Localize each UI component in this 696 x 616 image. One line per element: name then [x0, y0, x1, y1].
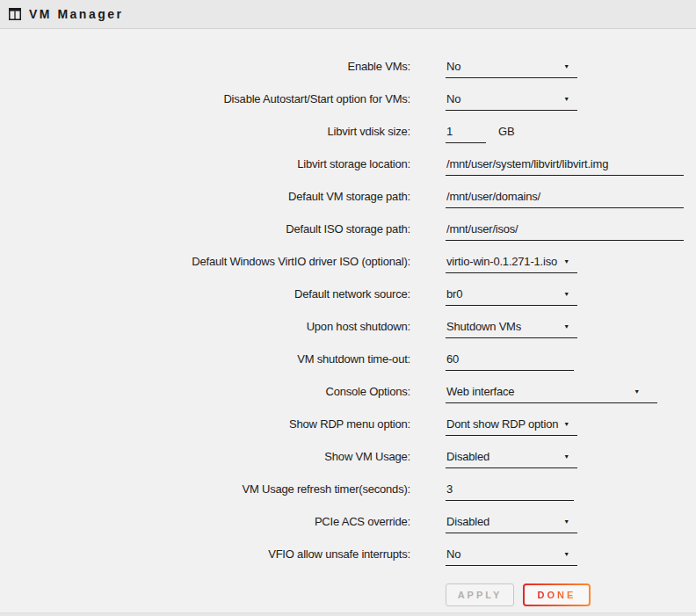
field-label: Upon host shutdown:: [0, 320, 410, 333]
field-label: VM shutdown time-out:: [0, 352, 410, 366]
select-value: Dont show RDP option: [446, 417, 558, 431]
form-row-shutdown-timeout: VM shutdown time-out:: [0, 343, 696, 375]
done-button[interactable]: DONE: [523, 583, 591, 606]
field-label: Libvirt vdisk size:: [0, 125, 410, 138]
form-row-console-options: Console Options: Web interface ▼: [0, 375, 696, 408]
chevron-down-icon: ▼: [563, 551, 577, 557]
chevron-down-icon: ▼: [563, 518, 577, 525]
iso-storage-path-input[interactable]: [446, 218, 684, 240]
field-label: VM Usage refresh timer(seconds):: [0, 482, 410, 496]
page-title: VM Manager: [29, 7, 123, 21]
chevron-down-icon: ▼: [563, 421, 577, 427]
form-row-vm-storage-path: Default VM storage path:: [0, 180, 696, 213]
field-label: Default ISO storage path:: [0, 222, 410, 236]
chevron-down-icon: ▼: [563, 96, 577, 102]
rdp-menu-select[interactable]: Dont show RDP option ▼: [446, 413, 577, 436]
vm-usage-select[interactable]: Disabled ▼: [446, 446, 577, 468]
field-label: Default VM storage path:: [0, 190, 410, 203]
network-source-select[interactable]: br0 ▼: [446, 283, 577, 306]
form-row-rdp-menu: Show RDP menu option: Dont show RDP opti…: [0, 408, 696, 440]
field-label: Enable VMs:: [0, 60, 410, 73]
panel-header: VM Manager: [0, 0, 696, 29]
select-value: Web interface: [446, 385, 514, 398]
vfio-interrupts-select[interactable]: No ▼: [446, 543, 577, 566]
field-label: Default Windows VirtIO driver ISO (optio…: [0, 255, 410, 268]
chevron-down-icon: ▼: [563, 453, 577, 460]
disable-autostart-select[interactable]: No ▼: [446, 88, 577, 111]
field-label: Show VM Usage:: [0, 450, 410, 463]
field-label: Default network source:: [0, 287, 410, 301]
select-value: Shutdown VMs: [446, 320, 521, 333]
form-row-network-source: Default network source: br0 ▼: [0, 278, 696, 310]
field-label: PCIe ACS override:: [0, 515, 410, 528]
select-value: Disabled: [446, 515, 489, 528]
form-row-host-shutdown: Upon host shutdown: Shutdown VMs ▼: [0, 310, 696, 343]
select-value: No: [446, 60, 460, 73]
enable-vms-select[interactable]: No ▼: [446, 55, 577, 78]
chevron-down-icon: ▼: [563, 323, 577, 330]
chevron-down-icon: ▼: [563, 291, 577, 297]
next-section-edge: [0, 612, 696, 616]
vm-manager-form: Enable VMs: No ▼ Disable Autostart/Start…: [0, 29, 696, 606]
chevron-down-icon: ▼: [634, 388, 657, 395]
shutdown-timeout-input[interactable]: [446, 348, 574, 370]
select-value: No: [446, 547, 460, 561]
select-value: virtio-win-0.1.271-1.iso: [446, 255, 557, 268]
form-row-vfio-interrupts: VFIO allow unsafe interrupts: No ▼: [0, 538, 696, 570]
done-button-label: DONE: [538, 590, 576, 600]
form-row-virtio-iso: Default Windows VirtIO driver ISO (optio…: [0, 245, 696, 278]
console-options-select[interactable]: Web interface ▼: [446, 380, 657, 403]
virtio-iso-select[interactable]: virtio-win-0.1.271-1.iso ▼: [446, 250, 577, 273]
select-value: br0: [446, 287, 462, 301]
vdisk-size-input[interactable]: [446, 120, 486, 142]
field-label: Console Options:: [0, 385, 410, 398]
chevron-down-icon: ▼: [563, 63, 577, 69]
form-row-disable-autostart: Disable Autostart/Start option for VMs: …: [0, 83, 696, 115]
libvirt-location-input[interactable]: [446, 153, 684, 175]
form-row-vm-usage: Show VM Usage: Disabled ▼: [0, 440, 696, 473]
vm-storage-path-input[interactable]: [446, 185, 684, 207]
usage-refresh-input[interactable]: [446, 478, 574, 500]
unit-label: GB: [498, 125, 514, 138]
field-label: Show RDP menu option:: [0, 417, 410, 431]
form-buttons: APPLY DONE: [446, 583, 696, 606]
field-label: VFIO allow unsafe interrupts:: [0, 547, 410, 561]
form-row-iso-storage-path: Default ISO storage path:: [0, 213, 696, 245]
host-shutdown-select[interactable]: Shutdown VMs ▼: [446, 315, 577, 338]
form-row-usage-refresh: VM Usage refresh timer(seconds):: [0, 473, 696, 505]
form-row-libvirt-location: Libvirt storage location:: [0, 148, 696, 180]
form-row-pcie-acs: PCIe ACS override: Disabled ▼: [0, 505, 696, 538]
select-value: Disabled: [446, 450, 489, 463]
form-row-enable-vms: Enable VMs: No ▼: [0, 50, 696, 83]
form-row-vdisk-size: Libvirt vdisk size: GB: [0, 115, 696, 148]
chevron-down-icon: ▼: [563, 258, 577, 265]
select-value: No: [446, 92, 460, 105]
pcie-acs-select[interactable]: Disabled ▼: [446, 511, 577, 533]
apply-button[interactable]: APPLY: [446, 583, 514, 606]
columns-icon: [9, 8, 21, 20]
field-label: Disable Autostart/Start option for VMs:: [0, 92, 410, 105]
field-label: Libvirt storage location:: [0, 157, 410, 170]
